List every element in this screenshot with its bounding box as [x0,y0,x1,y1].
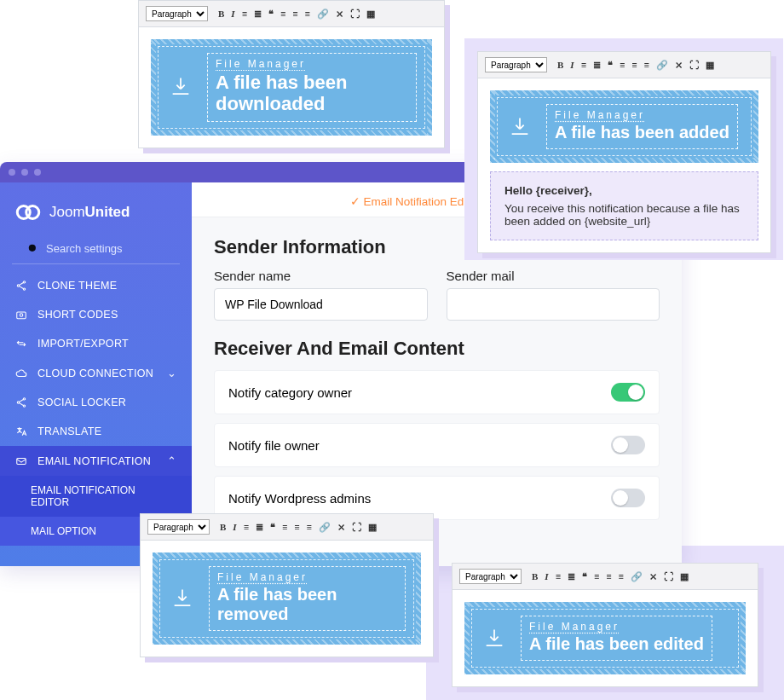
mail-icon [15,455,27,467]
table-icon[interactable]: ▦ [366,9,375,20]
svg-rect-9 [17,312,26,319]
link-icon[interactable]: 🔗 [317,9,329,20]
sidebar-item-short-codes[interactable]: SHORT CODES [0,300,192,329]
format-select[interactable]: Paragraph [147,519,210,535]
chevron-up-icon: ⌃ [167,454,176,467]
align-left-icon[interactable]: ≡ [282,522,287,533]
unlink-icon[interactable]: ⤫ [337,522,345,533]
banner-headline: A file has been added [555,123,729,142]
banner-headline: A file has been removed [217,585,397,624]
number-list-icon[interactable]: ≣ [254,9,262,20]
format-select[interactable]: Paragraph [146,6,208,21]
table-icon[interactable]: ▦ [680,571,689,582]
notify-admins-label: Notify Wordpress admins [228,491,371,506]
sidebar-item-translate[interactable]: TRANSLATE [0,417,192,446]
table-icon[interactable]: ▦ [368,522,377,533]
notify-admins-toggle[interactable] [611,489,645,507]
svg-line-8 [20,286,24,289]
sidebar-item-email-notification[interactable]: EMAIL NOTIFICATION⌃ [0,446,192,476]
align-right-icon[interactable]: ≡ [304,9,309,20]
italic-icon[interactable]: I [233,522,236,533]
banner-added: File Manager A file has been added [490,90,758,163]
editor-card-edited: Paragraph B I ≡ ≣ ❝ ≡ ≡ ≡ 🔗 ⤫ ⛶ ▦ File M… [452,563,758,687]
bold-icon[interactable]: B [218,9,224,20]
quote-icon[interactable]: ❝ [268,9,274,20]
tab-email-editor[interactable]: Email Notifiation Editor [350,194,480,208]
align-center-icon[interactable]: ≡ [292,9,297,20]
editor-toolbar: Paragraph B I ≡ ≣ ❝ ≡ ≡ ≡ 🔗 ⤫ ⛶ ▦ [141,514,433,541]
brand-logo-icon [15,200,41,225]
link-icon[interactable]: 🔗 [656,60,668,71]
sidebar-item-cloud-connection[interactable]: CLOUD CONNECTION⌄ [0,358,192,388]
align-left-icon[interactable]: ≡ [280,9,285,20]
align-right-icon[interactable]: ≡ [643,60,649,71]
banner-edited: File Manager A file has been edited [464,602,746,674]
italic-icon[interactable]: I [231,9,234,20]
download-icon [480,624,509,653]
number-list-icon[interactable]: ≣ [593,60,601,71]
brand-name: JoomUnited [49,204,130,221]
editor-card-added: Paragraph B I ≡ ≣ ❝ ≡ ≡ ≡ 🔗 ⤫ ⛶ ▦ File M… [477,51,771,253]
align-center-icon[interactable]: ≡ [606,571,611,582]
quote-icon[interactable]: ❝ [270,522,275,533]
svg-point-13 [23,405,25,407]
italic-icon[interactable]: I [570,60,574,71]
sender-name-input[interactable] [214,288,428,321]
quote-icon[interactable]: ❝ [608,60,613,71]
align-right-icon[interactable]: ≡ [306,522,311,533]
brand: JoomUnited [0,193,192,237]
notify-file-owner-toggle[interactable] [611,436,645,454]
notify-category-owner-label: Notify category owner [228,385,352,400]
bullet-list-icon[interactable]: ≡ [556,571,561,582]
bold-icon[interactable]: B [220,522,226,533]
svg-point-6 [23,288,25,290]
notify-category-owner-toggle[interactable] [611,383,645,402]
table-icon[interactable]: ▦ [706,60,714,71]
svg-line-14 [20,400,24,402]
sidebar-sub-email-editor[interactable]: EMAIL NOTIFICATION EDITOR [0,476,192,517]
link-icon[interactable]: 🔗 [319,522,331,533]
format-select[interactable]: Paragraph [485,57,547,72]
banner-eyebrow: File Manager [216,58,408,70]
align-center-icon[interactable]: ≡ [294,522,299,533]
bold-icon[interactable]: B [557,60,563,71]
bullet-list-icon[interactable]: ≡ [581,60,586,71]
banner-downloaded: File Manager A file has been downloaded [151,39,432,136]
banner-headline: A file has been edited [529,634,704,654]
align-right-icon[interactable]: ≡ [618,571,623,582]
download-icon [168,584,197,613]
bullet-list-icon[interactable]: ≡ [242,9,247,20]
search-input[interactable]: Search settings [12,237,180,264]
share-icon [15,280,27,292]
sidebar-item-social-locker[interactable]: SOCIAL LOCKER [0,388,192,417]
align-left-icon[interactable]: ≡ [594,571,599,582]
italic-icon[interactable]: I [545,571,548,582]
quote-icon[interactable]: ❝ [582,571,587,582]
editor-card-removed: Paragraph B I ≡ ≣ ❝ ≡ ≡ ≡ 🔗 ⤫ ⛶ ▦ File M… [140,513,434,657]
fullscreen-icon[interactable]: ⛶ [689,60,699,71]
bold-icon[interactable]: B [532,571,538,582]
align-left-icon[interactable]: ≡ [620,60,625,71]
fullscreen-icon[interactable]: ⛶ [350,9,360,20]
unlink-icon[interactable]: ⤫ [675,60,683,71]
align-center-icon[interactable]: ≡ [631,60,637,71]
number-list-icon[interactable]: ≣ [568,571,575,582]
unlink-icon[interactable]: ⤫ [336,9,343,20]
fullscreen-icon[interactable]: ⛶ [352,522,361,533]
svg-line-7 [20,283,24,286]
notify-category-owner-row: Notify category owner [214,370,660,414]
format-select[interactable]: Paragraph [459,569,522,584]
number-list-icon[interactable]: ≣ [256,522,263,533]
unlink-icon[interactable]: ⤫ [649,571,657,582]
sidebar-item-import-export[interactable]: IMPORT/EXPORT [0,329,192,358]
search-icon [27,243,39,255]
bullet-list-icon[interactable]: ≡ [244,522,249,533]
notify-file-owner-row: Notify file owner [214,423,660,467]
sender-mail-input[interactable] [447,288,660,321]
fullscreen-icon[interactable]: ⛶ [664,571,673,582]
download-icon [166,72,195,101]
sender-mail-label: Sender mail [447,269,660,283]
sidebar-item-clone-theme[interactable]: CLONE THEME [0,271,192,300]
svg-point-5 [17,285,19,286]
link-icon[interactable]: 🔗 [631,571,643,582]
